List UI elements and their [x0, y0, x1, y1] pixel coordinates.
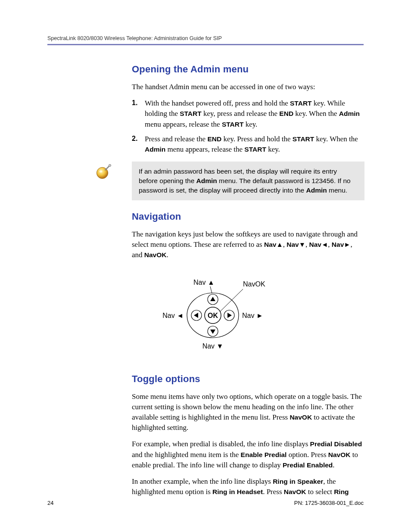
main-content: Opening the Admin menu The handset Admin…: [132, 62, 364, 497]
key-admin: Admin: [339, 110, 360, 117]
key-admin: Admin: [145, 146, 165, 153]
dia-ok-center: OK: [208, 312, 218, 319]
dia-nav-left: Nav ◄: [162, 312, 184, 319]
triangle-left-icon: [194, 313, 198, 318]
navigation-text: The navigation keys just below the softk…: [132, 229, 364, 260]
nav-down-label: Nav▼: [286, 241, 305, 248]
toggle-p1: Some menu items have only two options, w…: [132, 392, 364, 433]
toggle-p3: In another example, when the info line d…: [132, 476, 364, 497]
pushpin-icon: [95, 162, 113, 180]
opening-intro: The handset Admin menu can be accessed i…: [132, 82, 364, 92]
ring-in-speaker-label: Ring in Speaker: [273, 478, 323, 485]
page-footer: 24 PN: 1725-36038-001_E.doc: [47, 500, 364, 506]
key-admin: Admin: [196, 177, 217, 184]
nav-up-label: Nav▲: [264, 241, 283, 248]
svg-line-10: [210, 286, 212, 293]
key-start: START: [180, 110, 202, 117]
key-start: START: [290, 100, 312, 107]
svg-point-2: [100, 170, 103, 172]
key-start: START: [222, 121, 244, 128]
page: SpectraLink 8020/8030 Wireless Telephone…: [0, 0, 411, 532]
page-number: 24: [47, 500, 53, 506]
key-admin: Admin: [306, 187, 327, 194]
key-start: START: [293, 135, 314, 143]
opening-steps: With the handset powered off, press and …: [132, 98, 364, 155]
navigation-diagram: OK Nav ▲ NavOK Nav ◄ Nav ►: [153, 274, 282, 352]
dia-nav-up: Nav ▲: [193, 279, 215, 286]
navok-label: NavOK: [284, 488, 306, 495]
running-header: SpectraLink 8020/8030 Wireless Telephone…: [47, 35, 364, 44]
key-start: START: [244, 146, 266, 153]
dia-nav-right: Nav ►: [242, 312, 263, 319]
svg-point-1: [109, 164, 111, 166]
nav-right-label: Nav►: [332, 241, 351, 248]
svg-line-9: [220, 289, 243, 311]
navok-label: NavOK: [290, 414, 312, 421]
toggle-p2: For example, when predial is disabled, t…: [132, 439, 364, 470]
part-number: PN: 1725-36038-001_E.doc: [294, 500, 364, 506]
enable-predial-label: Enable Predial: [241, 451, 287, 458]
predial-enabled-label: Predial Enabled: [283, 461, 333, 469]
heading-navigation: Navigation: [132, 210, 364, 223]
nav-left-label: Nav◄: [309, 241, 328, 248]
ring-label: Ring: [334, 488, 349, 495]
step-1: With the handset powered off, press and …: [132, 98, 364, 129]
predial-disabled-label: Predial Disabled: [310, 440, 362, 448]
admin-password-note: If an admin password has been set, the d…: [95, 162, 364, 200]
key-end: END: [279, 110, 293, 117]
navok-label: NavOK: [328, 451, 351, 458]
triangle-up-icon: [210, 297, 215, 301]
step-2: Press and release the END key. Press and…: [132, 134, 364, 155]
triangle-down-icon: [210, 330, 215, 334]
note-box: If an admin password has been set, the d…: [132, 162, 364, 200]
ring-in-headset-label: Ring in Headset: [212, 488, 263, 495]
nav-ok-label: NavOK: [144, 251, 167, 258]
dia-nav-down: Nav ▼: [202, 342, 224, 350]
triangle-right-icon: [227, 313, 232, 318]
heading-toggle-options: Toggle options: [132, 372, 364, 386]
dia-nav-ok: NavOK: [243, 280, 265, 288]
key-end: END: [207, 135, 221, 143]
header-rule: [47, 44, 364, 45]
heading-opening-admin: Opening the Admin menu: [132, 62, 364, 76]
